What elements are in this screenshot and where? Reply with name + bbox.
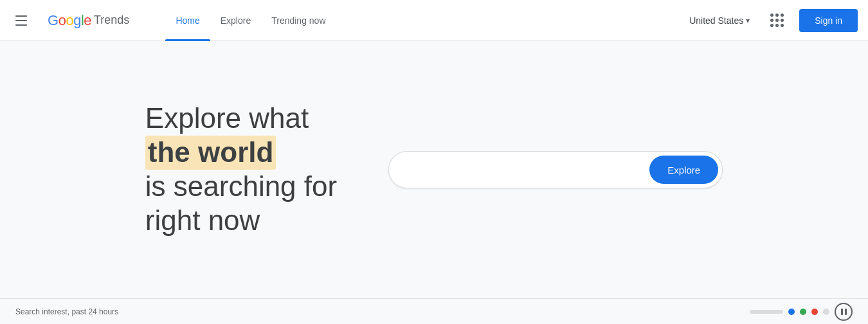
navbar-right: United States ▾ Sign in	[684, 8, 858, 32]
carousel-dot-3[interactable]	[811, 309, 818, 315]
search-bar: Explore	[388, 151, 723, 188]
carousel-dot-1[interactable]	[788, 309, 795, 315]
hero-text-block: Explore what the world is searching for …	[145, 102, 337, 237]
grid-dot	[775, 24, 779, 27]
navbar-left: Google Trends Home Explore Trending now	[10, 0, 336, 41]
search-interest-label: Search interest, past 24 hours	[15, 307, 118, 316]
grid-dot	[775, 14, 779, 17]
grid-dot	[781, 19, 784, 22]
carousel-progress-fill	[750, 310, 760, 314]
pause-icon-right-bar	[845, 309, 847, 315]
main-content: Explore what the world is searching for …	[0, 41, 868, 298]
logo-letter-g: g	[73, 12, 81, 29]
logo-letter-o2: o	[66, 12, 73, 29]
pause-button[interactable]	[835, 303, 853, 321]
carousel-progress-track	[750, 310, 783, 314]
chevron-down-icon: ▾	[746, 16, 750, 25]
logo-letter-e: e	[84, 12, 91, 29]
hero-line-4: right now	[145, 204, 337, 238]
sign-in-button[interactable]: Sign in	[799, 9, 858, 32]
nav-item-explore[interactable]: Explore	[210, 0, 261, 41]
bottom-bar: Search interest, past 24 hours	[0, 298, 868, 324]
hero-line-2-highlighted: the world	[145, 136, 276, 170]
grid-dot	[781, 14, 784, 17]
grid-dot	[775, 19, 779, 22]
country-label: United States	[689, 15, 743, 26]
google-trends-logo[interactable]: Google Trends	[48, 12, 129, 29]
grid-dot	[770, 19, 773, 22]
grid-dot	[770, 14, 773, 17]
hamburger-menu-icon[interactable]	[10, 10, 32, 31]
logo-letter-G: G	[48, 12, 59, 29]
google-wordmark: Google	[48, 12, 91, 29]
hero-line-3: is searching for	[145, 170, 337, 204]
explore-button[interactable]: Explore	[649, 156, 718, 184]
main-nav: Home Explore Trending now	[165, 0, 336, 41]
nav-item-trending-now[interactable]: Trending now	[261, 0, 336, 41]
hero-line-1: Explore what	[145, 102, 337, 136]
search-area: Explore	[388, 151, 723, 188]
carousel-dot-4[interactable]	[823, 309, 829, 315]
trends-wordmark: Trends	[94, 14, 129, 27]
grid-dot	[770, 24, 773, 27]
grid-dot	[781, 24, 784, 27]
navbar: Google Trends Home Explore Trending now …	[0, 0, 868, 41]
search-input[interactable]	[404, 164, 649, 176]
carousel-dot-2[interactable]	[800, 309, 806, 315]
google-apps-icon[interactable]	[765, 8, 789, 32]
nav-item-home[interactable]: Home	[165, 0, 210, 41]
logo-letter-o1: o	[59, 12, 66, 29]
pause-icon-left-bar	[841, 309, 843, 315]
country-selector[interactable]: United States ▾	[684, 10, 755, 31]
carousel-controls	[750, 303, 853, 321]
